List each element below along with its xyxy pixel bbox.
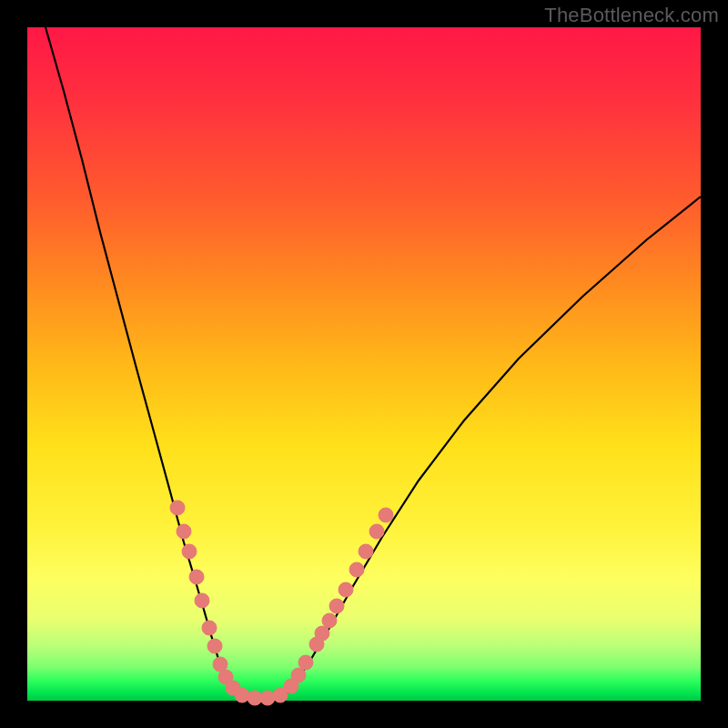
bead-marker (379, 508, 393, 522)
bead-marker (202, 621, 217, 635)
bead-marker (182, 544, 197, 559)
bead-marker (260, 691, 275, 705)
bead-marker (177, 524, 191, 539)
bead-marker (298, 655, 313, 670)
chart-frame: TheBottleneck.com (0, 0, 728, 728)
bead-marker (322, 613, 337, 628)
bead-marker (291, 668, 306, 682)
curve-svg (27, 27, 701, 701)
bead-marker (339, 582, 353, 597)
bead-marker (369, 524, 384, 539)
plot-area (27, 27, 701, 701)
bead-marker (207, 639, 222, 653)
bottleneck-curve (46, 27, 701, 699)
bead-marker (195, 593, 209, 608)
bead-marker (315, 626, 329, 641)
bead-marker (189, 570, 204, 584)
bead-marker (349, 562, 364, 577)
beads-group (170, 500, 393, 705)
bead-marker (235, 688, 249, 703)
bead-marker (359, 544, 373, 559)
bead-marker (170, 500, 185, 515)
watermark-text: TheBottleneck.com (544, 4, 719, 27)
bead-marker (329, 599, 344, 613)
